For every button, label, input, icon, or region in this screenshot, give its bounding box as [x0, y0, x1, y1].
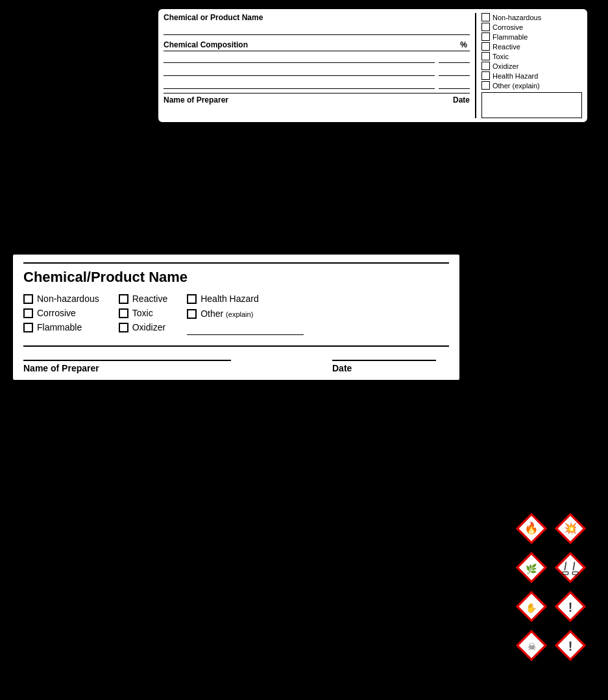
form2-corrosive-checkbox[interactable] — [23, 308, 33, 318]
form2-toxic-row: Toxic — [119, 308, 167, 318]
ghs-skull-icon: ☠ — [516, 630, 547, 661]
form2-top-divider — [23, 262, 449, 264]
form1-other-label: Other (explain) — [492, 82, 540, 90]
form2-reactive-checkbox[interactable] — [119, 294, 128, 304]
form1-flammable-row: Flammable — [481, 32, 582, 41]
form2-flammable-checkbox[interactable] — [23, 323, 33, 332]
ghs-flammable-icon: 🔥 — [516, 513, 547, 544]
form2-reactive-label: Reactive — [132, 294, 167, 304]
form1-corrosive-checkbox[interactable] — [481, 23, 490, 31]
form2-nonhazardous-label: Non-hazardous — [37, 294, 99, 304]
form1-toxic-checkbox[interactable] — [481, 52, 490, 60]
ghs-oxidizer-icon: 💥 — [555, 513, 586, 544]
form1-comp-line-2[interactable] — [164, 67, 435, 76]
form1-date-label: Date — [453, 95, 470, 105]
form1-flammable-label: Flammable — [492, 33, 528, 41]
form2-col3: Health Hazard Other (explain) — [187, 294, 304, 335]
ghs-acutetoxicity-icon: ✋ — [516, 591, 547, 622]
form2-oxidizer-label: Oxidizer — [132, 322, 165, 332]
form2-other-checkbox[interactable] — [187, 309, 197, 319]
form2-oxidizer-checkbox[interactable] — [119, 323, 128, 332]
form1-comp-line-3[interactable] — [164, 80, 435, 89]
form2-flammable-row: Flammable — [23, 322, 99, 332]
form2-healthhazard-label: Health Hazard — [201, 294, 259, 304]
form1-healthhazard-checkbox[interactable] — [481, 71, 490, 80]
form2-nonhazardous-checkbox[interactable] — [23, 294, 33, 304]
form1-other-checkbox[interactable] — [481, 81, 490, 90]
form1-composition-label: Chemical Composition — [164, 40, 460, 49]
ghs-healthhazard-icon: ! — [555, 630, 586, 661]
form1-oxidizer-checkbox[interactable] — [481, 62, 490, 70]
form2-date-block: Date — [332, 349, 449, 373]
form1-comp-percent-2[interactable] — [439, 67, 470, 76]
svg-text:☠: ☠ — [528, 641, 536, 652]
form1-reactive-checkbox[interactable] — [481, 42, 490, 51]
form1-comp-percent-1[interactable] — [439, 54, 470, 63]
form1-other-row: Other (explain) — [481, 81, 582, 90]
form2-date-label: Date — [332, 363, 449, 373]
form2-col2: Reactive Toxic Oxidizer — [119, 294, 167, 335]
form1-corrosive-row: Corrosive — [481, 23, 582, 31]
form2-healthhazard-row: Health Hazard — [187, 294, 304, 304]
form1-product-name-field[interactable] — [164, 23, 470, 35]
form1-flammable-checkbox[interactable] — [481, 32, 490, 41]
form2-col1: Non-hazardous Corrosive Flammable — [23, 294, 99, 335]
form1-preparer-label: Name of Preparer — [164, 95, 453, 105]
svg-text:!: ! — [568, 639, 573, 653]
form2-product-title: Chemical/Product Name — [23, 269, 449, 286]
form1-nonhazardous-label: Non-hazardous — [492, 14, 541, 21]
svg-text:💥: 💥 — [564, 521, 578, 535]
svg-text:🔥: 🔥 — [524, 521, 539, 535]
form1-healthhazard-row: Health Hazard — [481, 71, 582, 80]
form2-reactive-row: Reactive — [119, 294, 167, 304]
form1-nonhazardous-row: Non-hazardous — [481, 13, 582, 21]
form2-healthhazard-checkbox[interactable] — [187, 294, 197, 304]
form2-explain-line[interactable] — [187, 326, 304, 335]
form2-checkboxes-section: Non-hazardous Corrosive Flammable Reacti… — [23, 294, 449, 335]
svg-text:✋: ✋ — [526, 602, 537, 614]
form2-flammable-label: Flammable — [37, 322, 82, 332]
svg-text:🌿: 🌿 — [526, 563, 537, 575]
ghs-corrosive-icon — [555, 552, 586, 583]
form1-nonhazardous-checkbox[interactable] — [481, 13, 490, 21]
form1-comp-line-1[interactable] — [164, 54, 435, 63]
form1-oxidizer-row: Oxidizer — [481, 62, 582, 70]
form1-comp-percent-3[interactable] — [439, 80, 470, 89]
form1-toxic-label: Toxic — [492, 53, 509, 60]
form2-other-row: Other (explain) — [187, 308, 304, 319]
form2-toxic-label: Toxic — [132, 308, 153, 318]
ghs-environment-icon: 🌿 — [516, 552, 547, 583]
form1-card: Chemical or Product Name Chemical Compos… — [157, 8, 589, 123]
form2-preparer-label: Name of Preparer — [23, 363, 313, 373]
form2-preparer-block: Name of Preparer — [23, 349, 313, 373]
form1-oxidizer-label: Oxidizer — [492, 62, 518, 70]
ghs-exclamation-icon: ! — [555, 591, 586, 622]
ghs-icons-grid: 🔥 💥 🌿 ✋ — [516, 513, 589, 664]
form2-toxic-checkbox[interactable] — [119, 308, 128, 318]
form1-healthhazard-label: Health Hazard — [492, 72, 538, 80]
form1-percent-symbol: % — [460, 40, 467, 49]
form2-oxidizer-row: Oxidizer — [119, 322, 167, 332]
form1-reactive-label: Reactive — [492, 43, 520, 51]
form2-date-field[interactable] — [332, 349, 436, 361]
form1-explain-box[interactable] — [481, 92, 582, 118]
form1-toxic-row: Toxic — [481, 52, 582, 60]
svg-marker-6 — [556, 553, 585, 582]
svg-text:!: ! — [568, 600, 573, 614]
form2-preparer-field[interactable] — [23, 349, 231, 361]
form2-card: Chemical/Product Name Non-hazardous Corr… — [12, 253, 461, 381]
form1-product-name-label: Chemical or Product Name — [164, 13, 470, 22]
form2-bottom-section: Name of Preparer Date — [23, 345, 449, 373]
form1-reactive-row: Reactive — [481, 42, 582, 51]
form2-corrosive-label: Corrosive — [37, 308, 76, 318]
form2-other-label: Other (explain) — [201, 308, 253, 319]
form1-corrosive-label: Corrosive — [492, 23, 523, 31]
form2-corrosive-row: Corrosive — [23, 308, 99, 318]
form2-nonhazardous-row: Non-hazardous — [23, 294, 99, 304]
